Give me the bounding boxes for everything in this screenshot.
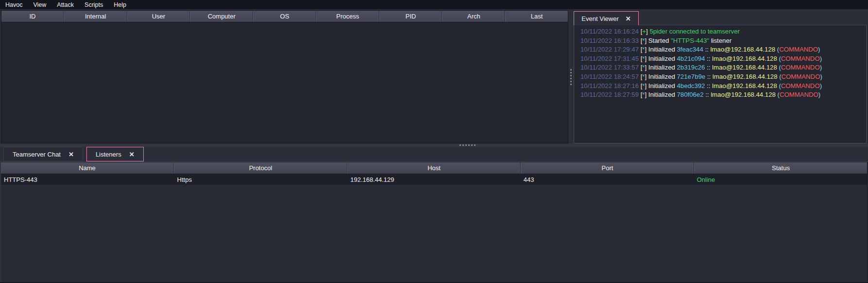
agents-column-last[interactable]: Last xyxy=(505,11,568,22)
tab-event-viewer-label: Event Viewer xyxy=(581,15,618,22)
listener-cell-port: 443 xyxy=(521,176,694,183)
agents-column-internal[interactable]: Internal xyxy=(64,11,127,22)
agents-column-computer[interactable]: Computer xyxy=(190,11,253,22)
menu-item-havoc[interactable]: Havoc xyxy=(0,0,28,9)
close-icon[interactable]: ✕ xyxy=(129,151,135,158)
tab-label: Teamserver Chat xyxy=(13,151,61,158)
close-icon[interactable]: ✕ xyxy=(68,151,74,158)
listeners-column-port[interactable]: Port xyxy=(521,162,694,174)
listener-row[interactable]: HTTPS-443Https192.168.44.129443Online xyxy=(1,174,867,185)
splitter-dots-icon xyxy=(570,69,572,85)
event-log-line: 10/11/2022 18:27:16 [*] Initialized 4bed… xyxy=(580,82,866,91)
event-log-line: 10/11/2022 16:16:24 [+] 5pider connected… xyxy=(580,27,866,36)
listeners-column-name[interactable]: Name xyxy=(1,162,174,174)
tab-label: Listeners xyxy=(96,151,121,158)
menu-item-help[interactable]: Help xyxy=(108,0,132,9)
listeners-table-body[interactable]: HTTPS-443Https192.168.44.129443Online xyxy=(1,174,867,185)
menu-item-view[interactable]: View xyxy=(28,0,51,9)
event-log-line: 10/11/2022 17:29:47 [*] Initialized 3fea… xyxy=(580,45,866,54)
listeners-panel: NameProtocolHostPortStatus HTTPS-443Http… xyxy=(0,162,868,282)
horizontal-splitter-handle[interactable] xyxy=(0,143,868,147)
listeners-column-protocol[interactable]: Protocol xyxy=(174,162,347,174)
agents-column-os[interactable]: OS xyxy=(253,11,316,22)
listener-cell-host: 192.168.44.129 xyxy=(347,176,521,183)
listeners-column-status[interactable]: Status xyxy=(694,162,867,174)
tab-teamserver-chat[interactable]: Teamserver Chat✕ xyxy=(3,147,83,161)
listener-cell-name: HTTPS-443 xyxy=(1,176,174,183)
agents-table-header: IDInternalUserComputerOSProcessPIDArchLa… xyxy=(1,11,568,22)
bottom-tab-bar: Teamserver Chat✕Listeners✕ xyxy=(0,147,868,162)
menu-bar: HavocViewAttackScriptsHelp xyxy=(0,0,868,9)
listener-cell-status: Online xyxy=(694,176,867,183)
splitter-dots-icon xyxy=(460,144,476,146)
agents-column-pid[interactable]: PID xyxy=(379,11,443,22)
event-log-line: 10/11/2022 17:31:45 [*] Initialized 4b21… xyxy=(580,54,866,64)
menu-item-scripts[interactable]: Scripts xyxy=(79,0,108,9)
listeners-column-host[interactable]: Host xyxy=(347,162,521,174)
event-viewer-pane[interactable]: 10/11/2022 16:16:24 [+] 5pider connected… xyxy=(574,25,867,143)
agents-table: IDInternalUserComputerOSProcessPIDArchLa… xyxy=(1,10,568,143)
vertical-splitter-handle[interactable] xyxy=(568,10,574,143)
listener-cell-protocol: Https xyxy=(174,176,348,183)
event-log-line: 10/11/2022 18:24:57 [*] Initialized 721e… xyxy=(580,72,866,82)
event-log-line: 10/11/2022 17:33:57 [*] Initialized 2b31… xyxy=(580,63,866,72)
tab-event-viewer[interactable]: Event Viewer ✕ xyxy=(574,11,639,25)
close-icon[interactable]: ✕ xyxy=(626,15,631,22)
agents-column-process[interactable]: Process xyxy=(316,11,379,22)
tab-listeners[interactable]: Listeners✕ xyxy=(86,147,144,161)
agents-table-body[interactable] xyxy=(1,22,568,143)
event-log-line: 10/11/2022 16:16:33 [*] Started "HTTPS-4… xyxy=(580,36,866,46)
listeners-table-header: NameProtocolHostPortStatus xyxy=(1,162,867,174)
agents-column-id[interactable]: ID xyxy=(1,11,64,22)
agents-column-arch[interactable]: Arch xyxy=(442,11,505,22)
menu-item-attack[interactable]: Attack xyxy=(51,0,79,9)
agents-column-user[interactable]: User xyxy=(127,11,190,22)
event-log-line: 10/11/2022 18:27:59 [*] Initialized 780f… xyxy=(580,90,866,100)
havoc-main-window: HavocViewAttackScriptsHelp IDInternalUse… xyxy=(0,0,868,283)
